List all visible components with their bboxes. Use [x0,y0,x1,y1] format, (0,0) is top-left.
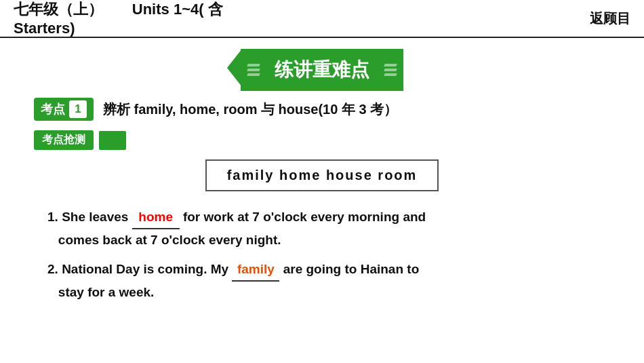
banner: 练讲重难点 [241,49,403,91]
sentence-2: 2. National Day is coming. My family are… [47,259,610,304]
sentences-section: 1. She leaves home for work at 7 o'clock… [34,206,610,303]
banner-container: 练讲重难点 [0,49,644,91]
qiangce-row: 考点抢测 [34,130,610,150]
title-part3: Starters) [14,20,75,37]
content: 考点 1 辨析 family, home, room 与 house(10 年 … [0,98,644,303]
kaodian-row: 考点 1 辨析 family, home, room 与 house(10 年 … [34,98,610,121]
sentence-2-number: 2. [47,262,62,276]
back-button[interactable]: 返顾目 [590,9,630,28]
title-part2: Units 1~4( 含 [132,1,223,18]
sentence-1-number: 1. [47,210,62,224]
sentence-2-after2: stay for a week. [47,285,154,299]
sentence-1: 1. She leaves home for work at 7 o'clock… [47,206,610,252]
sentence-2-blank: family [232,259,279,282]
header-title: 七年级（上） Units 1~4( 含 Starters) [14,0,223,37]
kaodian-badge: 考点 1 [34,98,94,121]
kaodian-number: 1 [69,100,87,118]
sentence-1-after: for work at 7 o'clock every morning and [183,210,426,224]
sentence-2-before: National Day is coming. My [62,262,232,276]
word-box: family home house room [205,159,439,191]
qiangce-box [99,131,126,150]
word-box-container: family home house room [34,159,610,191]
banner-deco-left [247,49,260,91]
banner-deco-right [384,49,397,91]
qiangce-badge: 考点抢测 [34,130,94,150]
kaodian-label: 考点 [41,101,65,117]
sentence-1-before: She leaves [62,210,132,224]
sentence-1-blank: home [132,206,180,229]
kaodian-description: 辨析 family, home, room 与 house(10 年 3 考） [103,100,397,119]
sentence-2-after: are going to Hainan to [283,262,420,276]
header: 七年级（上） Units 1~4( 含 Starters) 返顾目 [0,0,644,38]
banner-title: 练讲重难点 [275,57,369,83]
title-part1: 七年级（上） [14,1,103,18]
sentence-1-after2: comes back at 7 o'clock every night. [47,233,281,247]
